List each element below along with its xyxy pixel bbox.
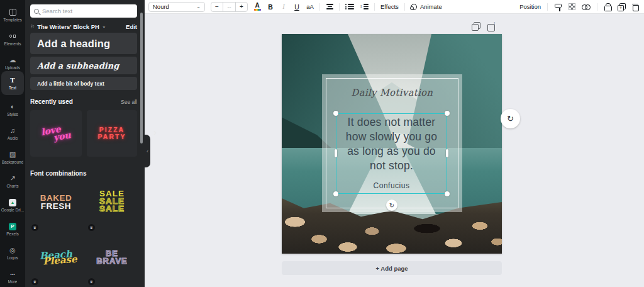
font-combo-beach-please[interactable]: Beach Please bbox=[30, 239, 82, 276]
font-combinations-title: Font combinations bbox=[30, 170, 86, 177]
panel-scrollbar[interactable] bbox=[140, 13, 143, 144]
toolbar-divider bbox=[547, 3, 548, 11]
toolbar-divider bbox=[339, 3, 340, 11]
font-size-decrease-button[interactable]: − bbox=[211, 3, 223, 11]
resize-handle-top-right[interactable] bbox=[445, 111, 450, 116]
sidebar-item-audio[interactable]: ♫ Audio bbox=[0, 122, 25, 145]
brand-kit-name[interactable]: The Writers' Block PH bbox=[37, 23, 99, 30]
sidebar-item-elements[interactable]: Elements bbox=[0, 28, 25, 50]
sidebar-item-pexels[interactable]: P Pexels bbox=[0, 218, 25, 240]
toolbar-divider bbox=[404, 3, 405, 11]
lock-button[interactable] bbox=[604, 3, 611, 10]
sidebar-item-more[interactable]: ••• More bbox=[0, 266, 25, 287]
sidebar-item-label: Audio bbox=[8, 136, 18, 140]
search-box[interactable] bbox=[30, 4, 137, 18]
toolbar-divider bbox=[319, 3, 320, 11]
recently-used-title: Recently used bbox=[30, 98, 73, 105]
sidebar-item-logos[interactable]: ◎ Logos bbox=[0, 242, 25, 264]
resize-handle-right[interactable] bbox=[446, 149, 448, 157]
text-align-button[interactable] bbox=[326, 4, 333, 9]
quote-text[interactable]: It does not matter how slowly you go as … bbox=[346, 115, 437, 173]
copy-style-button[interactable] bbox=[554, 6, 562, 8]
duplicate-page-icon[interactable] bbox=[472, 22, 480, 30]
font-size-increase-button[interactable]: + bbox=[236, 3, 247, 11]
audio-icon: ♫ bbox=[10, 127, 15, 135]
sidebar-item-charts[interactable]: ↗ Charts bbox=[0, 170, 25, 193]
italic-button[interactable]: I bbox=[280, 3, 287, 10]
sidebar-item-styles[interactable]: ◐ Styles bbox=[0, 98, 25, 121]
font-size-value[interactable]: -- bbox=[223, 3, 236, 11]
templates-icon bbox=[9, 9, 16, 16]
effects-button[interactable]: Effects bbox=[380, 3, 399, 10]
sidebar-item-label: Charts bbox=[6, 184, 18, 188]
font-combo-baked-fresh[interactable]: BAKED FRESH bbox=[30, 183, 82, 222]
resize-handle-bottom-left[interactable] bbox=[333, 191, 338, 196]
shuffle-rotate-icon: ↻ bbox=[507, 114, 514, 123]
animate-button[interactable]: Animate bbox=[411, 3, 442, 10]
recent-text-pizza-party[interactable]: PIZZA PARTY bbox=[87, 110, 137, 157]
pro-crown-icon: ♛ bbox=[88, 224, 95, 231]
duplicate-button[interactable] bbox=[618, 3, 625, 11]
rainbow-color-bar bbox=[254, 9, 261, 11]
font-family-value: Nourd bbox=[153, 3, 169, 10]
tile-word: SALE bbox=[99, 205, 125, 213]
uploads-icon: ☁ bbox=[9, 57, 16, 64]
sidebar-item-templates[interactable]: Templates bbox=[0, 4, 25, 26]
recently-used-header: Recently used See all bbox=[30, 98, 137, 105]
list-button[interactable] bbox=[345, 4, 354, 9]
animate-label: Animate bbox=[420, 3, 442, 10]
font-combo-be-brave[interactable]: BE BRAVE bbox=[87, 239, 137, 276]
sidebar-item-label: Pexels bbox=[6, 232, 19, 236]
font-combo-sale[interactable]: SALE SALE SALE bbox=[87, 180, 137, 223]
sidebar-item-label: Text bbox=[9, 86, 16, 90]
rotate-handle[interactable]: ↻ bbox=[386, 200, 397, 211]
transparency-button[interactable] bbox=[568, 3, 575, 10]
delete-button[interactable] bbox=[631, 3, 639, 11]
underline-button[interactable]: U bbox=[293, 3, 301, 11]
canvas-workspace: Daily Motivation It does not matter how … bbox=[145, 14, 644, 287]
page-actions bbox=[472, 22, 496, 30]
design-page[interactable]: Daily Motivation It does not matter how … bbox=[282, 34, 502, 254]
resize-handle-left[interactable] bbox=[335, 149, 337, 157]
brand-edit-button[interactable]: Edit bbox=[126, 23, 137, 30]
search-input[interactable] bbox=[42, 8, 133, 14]
bold-button[interactable]: B bbox=[267, 3, 274, 11]
sidebar-item-google-drive[interactable]: ▲ Google Dri... bbox=[0, 194, 25, 217]
sidebar-item-background[interactable]: ▨ Background bbox=[0, 146, 25, 169]
duplicate-icon bbox=[618, 3, 625, 11]
design-title-text[interactable]: Daily Motivation bbox=[322, 87, 462, 98]
export-page-icon[interactable] bbox=[487, 22, 496, 30]
panel-collapse-button[interactable]: ‹ bbox=[145, 135, 150, 167]
author-text[interactable]: Confucius bbox=[374, 181, 410, 190]
add-page-button[interactable]: + Add page bbox=[282, 261, 502, 275]
position-button[interactable]: Position bbox=[519, 3, 541, 10]
add-subheading-button[interactable]: Add a subheading bbox=[30, 57, 137, 74]
style-shuffle-button[interactable]: ↻ bbox=[501, 109, 520, 128]
logos-icon: ◎ bbox=[9, 247, 16, 254]
carousel-next-icon[interactable]: › bbox=[153, 128, 157, 137]
tile-word: Please bbox=[43, 255, 77, 266]
link-button[interactable] bbox=[582, 4, 591, 10]
selected-text-box[interactable]: It does not matter how slowly you go as … bbox=[336, 113, 447, 194]
see-all-link[interactable]: See all bbox=[121, 99, 137, 105]
font-family-select[interactable]: Nourd ⌄ bbox=[148, 2, 205, 12]
chevron-down-icon[interactable]: ⌄ bbox=[102, 23, 106, 29]
elements-icon bbox=[9, 33, 16, 40]
chevron-down-icon: ⌄ bbox=[196, 4, 201, 9]
text-color-button[interactable]: A bbox=[253, 3, 261, 11]
recent-text-love-you[interactable]: love you bbox=[30, 110, 82, 157]
add-heading-button[interactable]: Add a heading bbox=[30, 33, 137, 54]
pro-crown-icon: ♛ bbox=[88, 278, 95, 285]
resize-handle-bottom-right[interactable] bbox=[445, 191, 450, 196]
bullet-list-icon bbox=[345, 4, 354, 9]
pro-crown-icon: ♛ bbox=[31, 224, 38, 231]
lock-icon bbox=[604, 3, 611, 10]
text-spacing-button[interactable]: ↕ bbox=[360, 4, 369, 9]
add-body-text-button[interactable]: Add a little bit of body text bbox=[30, 77, 137, 90]
font-combinations-header: Font combinations bbox=[30, 170, 137, 177]
sidebar-item-label: Styles bbox=[7, 112, 18, 116]
sidebar-item-text[interactable]: T Text bbox=[0, 71, 25, 95]
text-color-label: A bbox=[255, 3, 259, 8]
uppercase-button[interactable]: aA bbox=[306, 3, 314, 10]
resize-handle-top-left[interactable] bbox=[333, 111, 338, 116]
